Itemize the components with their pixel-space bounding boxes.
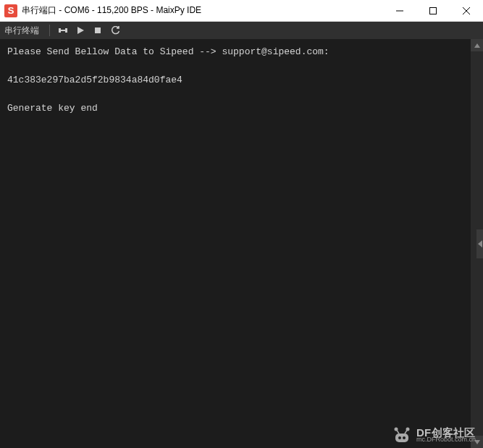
run-icon[interactable] (73, 23, 88, 38)
terminal-line: Generate key end (7, 103, 98, 114)
svg-rect-5 (65, 28, 67, 33)
watermark: DF创客社区 mc.DFRobot.com.cn (392, 426, 476, 444)
app-icon: S (4, 4, 17, 17)
scroll-up-icon[interactable] (471, 39, 483, 51)
watermark-text: DF创客社区 mc.DFRobot.com.cn (416, 427, 476, 443)
svg-marker-11 (478, 240, 482, 248)
toolbar: 串行终端 (0, 22, 483, 39)
stop-icon[interactable] (91, 23, 105, 38)
svg-marker-9 (474, 43, 480, 48)
close-button[interactable] (450, 0, 483, 22)
minimize-button[interactable] (383, 0, 416, 22)
watermark-logo-icon (392, 426, 412, 444)
toolbar-label: 串行终端 (4, 25, 39, 37)
window-titlebar: S 串行端口 - COM6 - 115,200 BPS - MaixPy IDE (0, 0, 483, 22)
svg-rect-16 (395, 434, 408, 442)
connect-icon[interactable] (56, 23, 70, 38)
terminal-line: Please Send Bellow Data to Sipeed --> su… (7, 46, 329, 57)
terminal-output[interactable]: Please Send Bellow Data to Sipeed --> su… (0, 39, 471, 448)
svg-point-17 (398, 436, 401, 439)
window-controls (383, 0, 483, 21)
terminal-line: 41c383e297ba2d5f2b9834a84d0fae4 (7, 75, 182, 85)
collapse-handle-icon[interactable] (476, 229, 483, 258)
svg-marker-7 (77, 27, 84, 34)
watermark-sub: mc.DFRobot.com.cn (416, 436, 476, 443)
terminal-container: Please Send Bellow Data to Sipeed --> su… (0, 39, 483, 448)
maximize-button[interactable] (416, 0, 450, 22)
svg-rect-1 (430, 8, 437, 14)
window-title: 串行端口 - COM6 - 115,200 BPS - MaixPy IDE (22, 4, 383, 17)
refresh-icon[interactable] (108, 23, 122, 38)
svg-rect-4 (59, 28, 61, 33)
svg-rect-8 (95, 28, 101, 33)
svg-point-18 (403, 436, 406, 439)
separator (49, 25, 50, 36)
svg-rect-6 (61, 30, 65, 31)
